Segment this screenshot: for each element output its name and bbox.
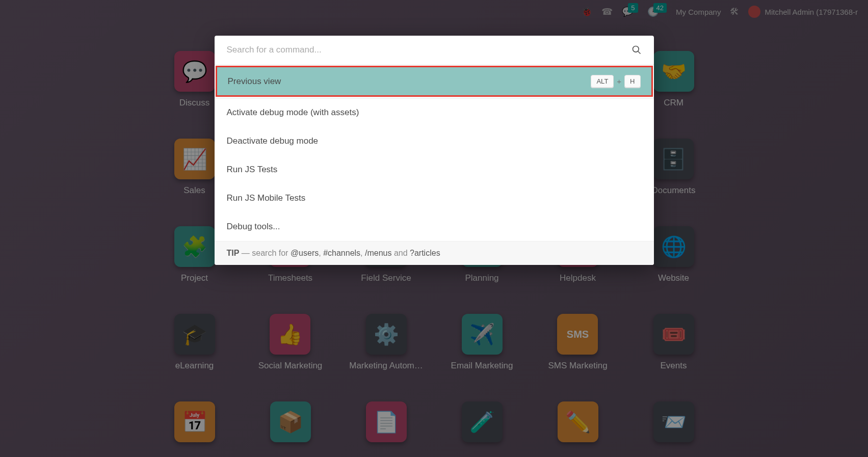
palette-item-label: Run JS Tests [227, 165, 278, 175]
palette-item[interactable]: Run JS Tests [215, 155, 654, 184]
palette-item-label: Previous view [228, 76, 281, 87]
palette-item-label: Run JS Mobile Tests [227, 193, 306, 203]
palette-item-label: Debug tools... [227, 222, 280, 232]
command-palette: Previous viewALT+HActivate debug mode (w… [215, 36, 654, 265]
palette-item-label: Deactivate debug mode [227, 136, 319, 146]
tip-label: TIP [227, 249, 240, 257]
palette-item[interactable]: Run JS Mobile Tests [215, 184, 654, 212]
search-input[interactable] [227, 45, 632, 55]
keyboard-shortcut: ALT+H [591, 75, 640, 88]
palette-item[interactable]: Previous viewALT+H [216, 66, 653, 97]
palette-search-row [215, 36, 654, 65]
palette-tip: TIP — search for @users, #channels, /men… [215, 241, 654, 265]
palette-item[interactable]: Activate debug mode (with assets) [215, 98, 654, 127]
key: ALT [591, 75, 614, 88]
key: H [624, 75, 640, 88]
svg-point-0 [633, 46, 639, 52]
palette-item-label: Activate debug mode (with assets) [227, 107, 359, 118]
plus-icon: + [617, 77, 621, 86]
palette-item[interactable]: Deactivate debug mode [215, 127, 654, 155]
search-icon [632, 45, 642, 55]
palette-item[interactable]: Debug tools... [215, 212, 654, 241]
svg-line-1 [638, 51, 640, 54]
